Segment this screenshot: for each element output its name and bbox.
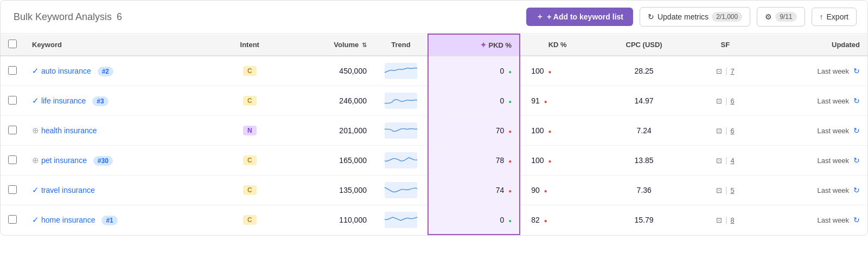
col-kd: KD % (520, 34, 595, 56)
pkd-dot: ● (508, 218, 512, 224)
svg-rect-5 (385, 212, 417, 228)
volume-value: 246,000 (339, 96, 367, 105)
settings-badge: 9/11 (775, 12, 796, 22)
sf-cell: ⊡ | 6 (693, 116, 757, 146)
row-refresh-icon[interactable]: ↻ (853, 156, 860, 165)
intent-badge: C (243, 96, 257, 106)
updated-value: Last week (818, 97, 850, 105)
cpc-value: 15.79 (635, 216, 654, 224)
col-volume[interactable]: Volume ⇅ (283, 34, 374, 56)
row-refresh-icon[interactable]: ↻ (853, 126, 860, 135)
table-row: ✓ home insurance #1 C 110,000 0 ● 82 ● 1… (1, 205, 867, 235)
row-refresh-icon[interactable]: ↻ (853, 216, 860, 224)
sf-divider: | (725, 216, 727, 224)
keyword-cell: ✓ home insurance #1 (24, 205, 217, 235)
row-checkbox-cell[interactable] (1, 86, 24, 116)
trend-cell (374, 56, 428, 86)
settings-button[interactable]: ⚙ 9/11 (757, 7, 805, 27)
verified-icon: ✓ (32, 96, 39, 105)
keyword-link[interactable]: home insurance (41, 216, 95, 224)
kd-dot: ● (548, 158, 551, 164)
export-button[interactable]: ↑ Export (812, 8, 857, 26)
row-refresh-icon[interactable]: ↻ (853, 96, 860, 105)
row-checkbox[interactable] (8, 215, 17, 224)
sf-cell: ⊡ | 6 (693, 86, 757, 116)
pkd-value: 0 (500, 67, 504, 75)
keyword-link[interactable]: travel insurance (41, 186, 95, 194)
updated-value: Last week (818, 157, 850, 165)
pkd-value: 0 (500, 96, 504, 105)
sf-value: 8 (730, 216, 734, 224)
row-checkbox-cell[interactable] (1, 56, 24, 86)
sf-cell: ⊡ | 4 (693, 146, 757, 176)
updated-cell: Last week ↻ (757, 146, 867, 176)
pkd-value: 70 (496, 126, 505, 135)
cpc-cell: 7.24 (595, 116, 693, 146)
volume-cell: 165,000 (283, 146, 374, 176)
row-checkbox-cell[interactable] (1, 146, 24, 176)
row-refresh-icon[interactable]: ↻ (853, 67, 860, 75)
pkd-cell: 0 ● (428, 86, 520, 116)
kd-dot: ● (548, 128, 551, 134)
kd-value: 91 (531, 96, 540, 105)
updated-value: Last week (818, 186, 850, 194)
row-refresh-icon[interactable]: ↻ (853, 186, 860, 194)
cpc-cell: 28.25 (595, 56, 693, 86)
table-header-row: Keyword Intent Volume ⇅ Trend ✦ PKD % (1, 34, 867, 56)
kd-dot: ● (544, 99, 547, 105)
export-icon: ↑ (820, 12, 824, 21)
volume-filter-icon[interactable]: ⇅ (362, 42, 367, 48)
col-intent: Intent (217, 34, 283, 56)
verified-icon: ✓ (32, 185, 39, 194)
select-all-checkbox[interactable] (8, 40, 17, 48)
plus-icon: ＋ (536, 12, 544, 22)
row-checkbox-cell[interactable] (1, 176, 24, 205)
keyword-link[interactable]: health insurance (41, 126, 97, 135)
table-row: ✓ travel insurance C 135,000 74 ● 90 ● 7… (1, 176, 867, 205)
updated-cell: Last week ↻ (757, 176, 867, 205)
volume-value: 201,000 (339, 126, 367, 135)
updated-cell: Last week ↻ (757, 205, 867, 235)
intent-cell: N (217, 116, 283, 146)
row-checkbox[interactable] (8, 126, 17, 134)
update-metrics-button[interactable]: ↻ Update metrics 2/1,000 (640, 7, 750, 27)
volume-cell: 135,000 (283, 176, 374, 205)
kd-cell: 100 ● (520, 146, 595, 176)
kd-value: 100 (531, 156, 544, 165)
col-sf: SF (693, 34, 757, 56)
pkd-cell: 0 ● (428, 205, 520, 235)
trend-chart (382, 63, 420, 79)
sf-icon: ⊡ (716, 127, 722, 135)
keyword-link[interactable]: life insurance (41, 96, 86, 105)
row-checkbox[interactable] (8, 96, 17, 105)
kd-value: 100 (531, 126, 544, 135)
kd-dot: ● (544, 218, 547, 224)
row-checkbox-cell[interactable] (1, 205, 24, 235)
sf-icon: ⊡ (716, 157, 722, 165)
row-checkbox[interactable] (8, 155, 17, 164)
trend-chart (382, 182, 420, 198)
kd-cell: 90 ● (520, 176, 595, 205)
cpc-cell: 7.36 (595, 176, 693, 205)
keyword-cell: ✓ auto insurance #2 (24, 56, 217, 86)
gear-icon: ⚙ (765, 12, 772, 21)
keyword-cell: ✓ travel insurance (24, 176, 217, 205)
sf-divider: | (725, 96, 727, 105)
volume-value: 450,000 (339, 67, 367, 75)
keyword-link[interactable]: pet insurance (41, 156, 87, 165)
kd-cell: 100 ● (520, 116, 595, 146)
col-trend: Trend (374, 34, 428, 56)
page-title: Bulk Keyword Analysis 6 (11, 11, 122, 23)
add-to-keyword-list-button[interactable]: ＋ + Add to keyword list (526, 8, 633, 26)
rank-badge: #30 (93, 156, 113, 166)
select-all-checkbox-cell[interactable] (1, 34, 24, 56)
row-checkbox-cell[interactable] (1, 116, 24, 146)
row-checkbox[interactable] (8, 185, 17, 194)
pkd-dot: ● (508, 99, 512, 105)
cpc-cell: 14.97 (595, 86, 693, 116)
keyword-link[interactable]: auto insurance (41, 67, 91, 75)
sf-divider: | (725, 67, 727, 75)
verified-icon: ✓ (32, 66, 39, 75)
row-checkbox[interactable] (8, 66, 17, 75)
rank-badge: #1 (101, 216, 117, 225)
